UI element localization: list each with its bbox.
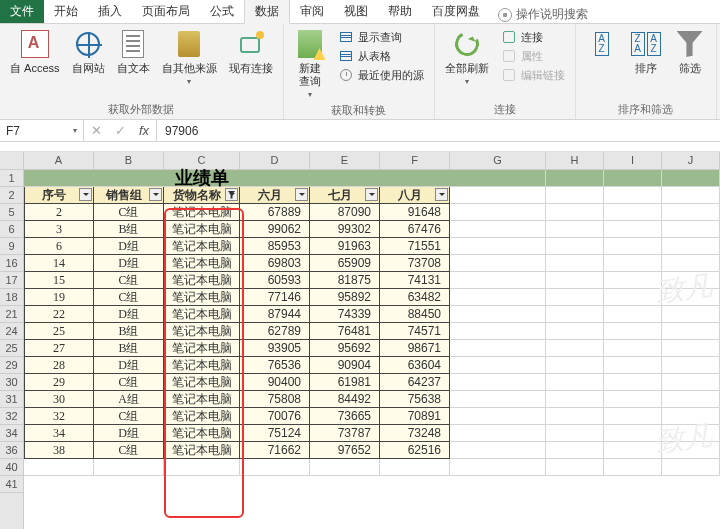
- cell[interactable]: [450, 289, 546, 306]
- existing-conn-button[interactable]: 现有连接: [225, 26, 277, 77]
- from-access-button[interactable]: 自 Access: [6, 26, 64, 77]
- col-header[interactable]: G: [450, 152, 546, 170]
- cell[interactable]: [380, 459, 450, 476]
- cell[interactable]: [546, 357, 604, 374]
- cell[interactable]: [164, 459, 240, 476]
- cell[interactable]: [240, 459, 310, 476]
- row-header[interactable]: 32: [0, 408, 23, 425]
- formula-input[interactable]: 97906: [157, 120, 720, 141]
- data-cell[interactable]: C组: [94, 442, 164, 459]
- data-cell[interactable]: 60593: [240, 272, 310, 289]
- data-cell[interactable]: 64237: [380, 374, 450, 391]
- cell[interactable]: [546, 306, 604, 323]
- cell[interactable]: [546, 442, 604, 459]
- table-header[interactable]: 销售组: [94, 187, 164, 204]
- cell[interactable]: [546, 255, 604, 272]
- cell[interactable]: [662, 255, 720, 272]
- tab-baidu[interactable]: 百度网盘: [422, 0, 490, 23]
- row-header[interactable]: 36: [0, 442, 23, 459]
- cell[interactable]: [546, 238, 604, 255]
- data-cell[interactable]: D组: [94, 425, 164, 442]
- data-cell[interactable]: 99302: [310, 221, 380, 238]
- row-header[interactable]: 29: [0, 357, 23, 374]
- cell[interactable]: [662, 306, 720, 323]
- cell[interactable]: [450, 408, 546, 425]
- data-cell[interactable]: 3: [24, 221, 94, 238]
- cell[interactable]: [310, 459, 380, 476]
- data-cell[interactable]: 笔记本电脑: [164, 408, 240, 425]
- data-cell[interactable]: 14: [24, 255, 94, 272]
- data-cell[interactable]: 笔记本电脑: [164, 374, 240, 391]
- data-cell[interactable]: C组: [94, 289, 164, 306]
- cell[interactable]: [450, 425, 546, 442]
- row-header[interactable]: 21: [0, 306, 23, 323]
- cell[interactable]: [662, 340, 720, 357]
- spreadsheet-grid[interactable]: 125691617182124252930313234364041 ABCDEF…: [0, 152, 720, 529]
- cell[interactable]: [604, 391, 662, 408]
- tab-data[interactable]: 数据: [244, 0, 290, 24]
- cell[interactable]: [662, 272, 720, 289]
- col-header[interactable]: E: [310, 152, 380, 170]
- cell[interactable]: [24, 459, 94, 476]
- data-cell[interactable]: D组: [94, 255, 164, 272]
- cell[interactable]: [546, 391, 604, 408]
- cell[interactable]: [604, 425, 662, 442]
- row-header[interactable]: 40: [0, 459, 23, 476]
- cell[interactable]: [450, 323, 546, 340]
- cell[interactable]: [546, 340, 604, 357]
- data-cell[interactable]: 95692: [310, 340, 380, 357]
- cell[interactable]: [450, 459, 546, 476]
- cell[interactable]: [450, 374, 546, 391]
- data-cell[interactable]: 87090: [310, 204, 380, 221]
- cell[interactable]: [546, 408, 604, 425]
- cell[interactable]: [604, 255, 662, 272]
- cell[interactable]: [450, 357, 546, 374]
- data-cell[interactable]: 95892: [310, 289, 380, 306]
- data-cell[interactable]: 87944: [240, 306, 310, 323]
- cell[interactable]: [604, 442, 662, 459]
- cell[interactable]: [546, 272, 604, 289]
- data-cell[interactable]: 85953: [240, 238, 310, 255]
- cell[interactable]: [662, 289, 720, 306]
- cell[interactable]: [604, 187, 662, 204]
- filter-dropdown[interactable]: [435, 188, 448, 201]
- cell[interactable]: [546, 170, 604, 187]
- data-cell[interactable]: B组: [94, 323, 164, 340]
- cell[interactable]: [662, 357, 720, 374]
- data-cell[interactable]: 笔记本电脑: [164, 238, 240, 255]
- cell[interactable]: [662, 391, 720, 408]
- data-cell[interactable]: 笔记本电脑: [164, 425, 240, 442]
- recent-sources-button[interactable]: 最近使用的源: [334, 66, 428, 84]
- fx-button[interactable]: fx: [132, 123, 156, 138]
- table-header[interactable]: 货物名称: [164, 187, 240, 204]
- data-cell[interactable]: 75638: [380, 391, 450, 408]
- row-header[interactable]: 41: [0, 476, 23, 493]
- cell[interactable]: [604, 357, 662, 374]
- data-cell[interactable]: 74131: [380, 272, 450, 289]
- col-header[interactable]: H: [546, 152, 604, 170]
- from-other-button[interactable]: 自其他来源▾: [158, 26, 221, 89]
- tab-view[interactable]: 视图: [334, 0, 378, 23]
- row-header[interactable]: 9: [0, 238, 23, 255]
- data-cell[interactable]: 98671: [380, 340, 450, 357]
- data-cell[interactable]: 67889: [240, 204, 310, 221]
- data-cell[interactable]: 63604: [380, 357, 450, 374]
- row-header[interactable]: 5: [0, 204, 23, 221]
- col-header[interactable]: D: [240, 152, 310, 170]
- cell[interactable]: [604, 459, 662, 476]
- data-cell[interactable]: 70891: [380, 408, 450, 425]
- data-cell[interactable]: C组: [94, 272, 164, 289]
- data-cell[interactable]: 笔记本电脑: [164, 306, 240, 323]
- data-cell[interactable]: 61981: [310, 374, 380, 391]
- data-cell[interactable]: 笔记本电脑: [164, 340, 240, 357]
- data-cell[interactable]: 笔记本电脑: [164, 272, 240, 289]
- cell[interactable]: [450, 170, 546, 187]
- cell[interactable]: [546, 204, 604, 221]
- data-cell[interactable]: 笔记本电脑: [164, 221, 240, 238]
- select-all-button[interactable]: [0, 152, 23, 170]
- cell[interactable]: [662, 459, 720, 476]
- cancel-formula-button[interactable]: ✕: [84, 123, 108, 138]
- cell[interactable]: [450, 221, 546, 238]
- row-header[interactable]: 6: [0, 221, 23, 238]
- cell[interactable]: [604, 170, 662, 187]
